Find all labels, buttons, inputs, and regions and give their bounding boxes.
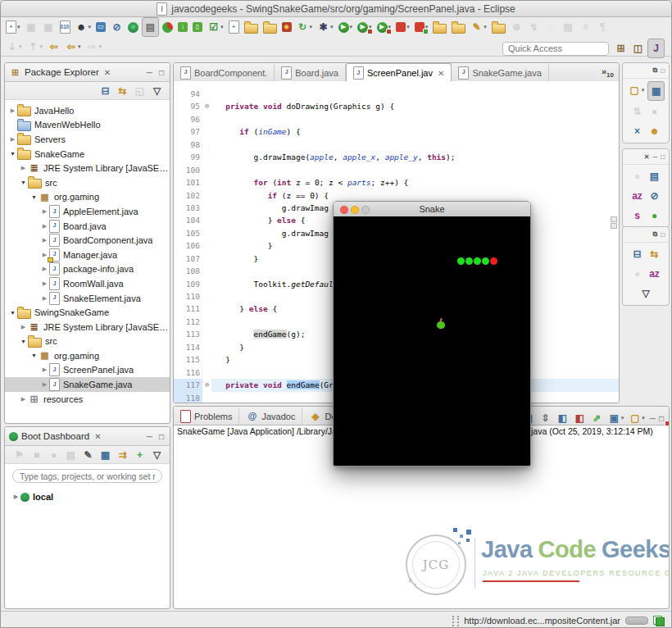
coverage-button[interactable] [161, 18, 175, 36]
drag-handle-icon[interactable] [452, 616, 459, 626]
tree-item[interactable]: ▶≣JRE System Library [JavaSE-1.8] [5, 320, 170, 334]
restart-button[interactable]: ↻▾ [295, 18, 315, 36]
tree-item[interactable]: ▼SwingSnakeGame [5, 305, 170, 320]
code-line[interactable]: 96 [174, 113, 619, 125]
fold-minus-icon[interactable]: ⊖ [202, 379, 211, 391]
chevron-right-icon[interactable]: ▶ [40, 366, 49, 373]
open-resource-button[interactable] [490, 18, 507, 36]
code-line[interactable]: 101 for (int z = 0; z < parts; z++) { [174, 176, 619, 189]
editor-tab-board-java[interactable]: JBoard.java [275, 64, 346, 81]
binary-file-button[interactable]: 010 [58, 18, 72, 36]
title-bar[interactable]: j javacodegeeks - SwingSnakeGame/src/org… [1, 1, 671, 17]
console-tab-javadoc[interactable]: @Javadoc [239, 407, 302, 425]
tree-item[interactable]: ▶≣JRE System Library [JavaSE-1.8] [5, 161, 170, 175]
chevron-right-icon[interactable]: ▶ [40, 280, 49, 287]
snake-game-canvas[interactable] [334, 216, 530, 466]
tree-item[interactable]: ▶JavaHello [5, 103, 170, 118]
close-traffic-light[interactable] [340, 206, 348, 214]
sort-az2-icon[interactable]: az [647, 265, 662, 283]
chevron-right-icon[interactable]: ▶ [40, 208, 49, 215]
open-console-button[interactable]: ▢▾ [627, 409, 647, 427]
run-button[interactable]: ▶▾ [337, 18, 355, 36]
zoom-traffic-light[interactable] [361, 206, 370, 214]
coverage-run-button[interactable]: ▶▾ [356, 18, 374, 36]
chevron-down-icon[interactable]: ▼ [19, 180, 28, 185]
chevron-down-icon[interactable]: ▼ [8, 151, 17, 157]
tree-item[interactable]: ▼▦org.gaming [5, 348, 170, 363]
chevron-down-icon[interactable]: ▼ [8, 310, 17, 316]
tree-item[interactable]: ▶JSnakeGame.java [5, 377, 170, 392]
properties-table-button[interactable]: ▦ [98, 446, 113, 464]
stack-menu-icon[interactable]: ▽ [638, 284, 654, 303]
boot-dashboard-header[interactable]: Boot Dashboard ✕ ─ □ [5, 427, 170, 446]
last-edit-location-button[interactable]: ⇦ [46, 38, 61, 56]
link-icon[interactable]: ⇆ [647, 245, 662, 263]
collapse-icon[interactable]: ⊟ [629, 245, 645, 263]
minimize-traffic-light[interactable] [351, 206, 359, 214]
tree-item[interactable]: ▶Servers [5, 132, 170, 147]
export-button[interactable] [450, 18, 467, 36]
link-editor-button[interactable]: ⇆ [115, 82, 130, 100]
spring-boot-button[interactable]: ○ [126, 18, 140, 36]
green-dot-icon[interactable]: ● [647, 207, 662, 225]
chevron-down-icon[interactable]: ▼ [30, 194, 39, 200]
tree-item[interactable]: ▶JBoardComponent.java [5, 233, 170, 248]
console-tab-problems[interactable]: Problems [174, 407, 239, 425]
chevron-right-icon[interactable]: ▶ [8, 136, 17, 143]
progress-bar[interactable] [625, 617, 648, 625]
tree-item[interactable]: ▼src [5, 334, 170, 349]
chevron-right-icon[interactable]: ▶ [19, 165, 28, 171]
minimize-icon[interactable]: ─ [651, 153, 659, 161]
open-package-button[interactable] [261, 18, 279, 36]
code-line[interactable]: 102 if (z == 0) { [174, 189, 619, 202]
test-select-button[interactable]: ☑▾ [206, 18, 225, 36]
editor-tab-screenpanel-jav[interactable]: JScreenPanel.jav✕ [346, 63, 452, 82]
maximize-icon[interactable]: □ [157, 432, 166, 441]
tree-item[interactable]: ▶JScreenPanel.java [5, 363, 170, 378]
chevron-right-icon[interactable]: ▶ [8, 107, 17, 114]
view-menu-button[interactable]: ▽ [149, 82, 165, 100]
maximize-icon[interactable]: □ [659, 67, 666, 75]
new-wizard-button[interactable]: +▾ [4, 18, 22, 36]
chevron-right-icon[interactable]: ▶ [19, 396, 28, 403]
code-line[interactable]: 100 [174, 164, 619, 176]
new-wizard-icon[interactable]: ▢▾ [627, 81, 647, 99]
devtools-button[interactable]: ⇉ [115, 446, 130, 464]
scroll-lock-button[interactable]: ⇕ [538, 409, 553, 427]
minimize-icon[interactable]: ─ [145, 432, 154, 441]
tree-item[interactable]: ▼SnakeGame [5, 147, 170, 162]
close-icon[interactable]: ✕ [642, 153, 652, 161]
boot-tree-item[interactable]: ▶local [5, 489, 170, 504]
sort-az-icon[interactable]: az [629, 187, 645, 205]
chevron-right-icon[interactable]: ▶ [40, 237, 49, 243]
minimize-icon[interactable]: ─ [145, 68, 154, 77]
overview-ruler-mark[interactable] [611, 216, 617, 222]
stop-button[interactable]: ▾ [394, 18, 411, 36]
open-perspective-button[interactable]: ⊞ [613, 39, 629, 57]
annotate-button[interactable]: ✎▾ [469, 18, 488, 36]
user-profile-button[interactable]: ☻▾ [74, 18, 93, 36]
hide-static-icon[interactable]: s [629, 207, 645, 225]
tree-item[interactable]: ▶JSnakeElement.java [5, 291, 170, 306]
details-pane-button[interactable]: ▤ [142, 17, 159, 37]
tree-item[interactable]: ▶Jpackage-info.java [5, 262, 170, 277]
chevron-right-icon[interactable]: ▶ [40, 381, 49, 388]
tree-item[interactable]: ▶JRoomWall.java [5, 276, 170, 291]
package-explorer-header[interactable]: ⊞ Package Explorer ✕ ─ □ [5, 63, 170, 82]
tab-overflow-button[interactable]: »10 [602, 66, 614, 79]
hide-link-icon[interactable]: ⊘ [647, 187, 662, 205]
install-update-icon[interactable] [653, 616, 665, 626]
close-icon[interactable]: ✕ [438, 69, 444, 78]
tree-item[interactable]: ▶⊞resources [5, 392, 170, 407]
restore-icon[interactable]: ⧉ [651, 230, 659, 239]
overview-ruler-mark[interactable] [611, 223, 617, 229]
code-line[interactable]: 97 if (inGame) { [174, 125, 619, 138]
code-line[interactable]: 98 [174, 139, 619, 151]
document-icon[interactable]: ▤ [647, 167, 662, 185]
editor-tab-snakegame-java[interactable]: JSnakeGame.java [452, 64, 548, 81]
maximize-icon[interactable]: □ [157, 68, 166, 77]
tree-item[interactable]: MavenWebHello [5, 118, 170, 133]
code-line[interactable]: 99 g.drawImage(apple, apple_x, apple_y, … [174, 151, 619, 163]
tree-item[interactable]: ▼src [5, 175, 170, 190]
chevron-right-icon[interactable]: ▶ [11, 494, 20, 500]
